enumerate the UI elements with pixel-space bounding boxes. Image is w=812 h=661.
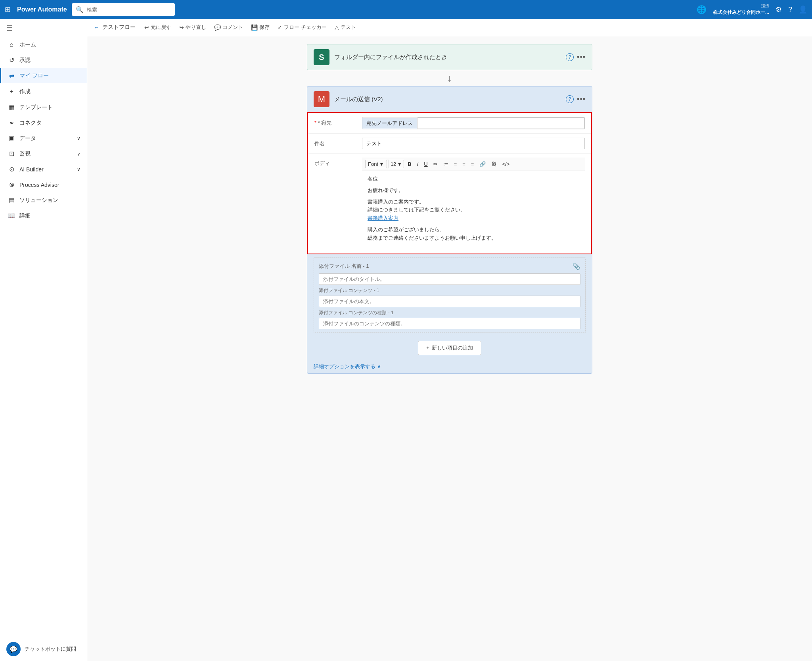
sidebar-item-details[interactable]: 📖 詳細	[0, 208, 87, 223]
sidebar-item-home[interactable]: ⌂ ホーム	[0, 37, 87, 52]
to-input[interactable]	[417, 117, 584, 129]
sidebar-label-data: データ	[19, 135, 36, 142]
italic-button[interactable]: I	[415, 160, 421, 168]
app-title: Power Automate	[17, 6, 67, 13]
sidebar-item-monitor[interactable]: ⊡ 監視 ∨	[0, 146, 87, 161]
sidebar-item-templates[interactable]: ▦ テンプレート	[0, 100, 87, 115]
to-field[interactable]: 宛先メールアドレス	[362, 117, 585, 129]
settings-icon[interactable]: ⚙	[776, 5, 782, 14]
data-icon: ▣	[8, 135, 15, 142]
undo-action[interactable]: ↩ 元に戻す	[142, 22, 174, 33]
attach-type-label: 添付ファイル コンテンツの種類 - 1	[319, 309, 580, 316]
chatbot-section[interactable]: 💬 チャットボットに質問	[0, 637, 87, 661]
attach-name-row: 添付ファイル 名前 - 1 📎	[319, 261, 580, 272]
comment-label: コメント	[222, 24, 243, 31]
trigger-help-icon[interactable]: ?	[566, 53, 574, 61]
trigger-label: フォルダー内にファイルが作成されたとき	[334, 54, 561, 61]
list-number-button[interactable]: ≡	[452, 160, 459, 168]
add-item-button[interactable]: + 新しい項目の追加	[418, 341, 481, 355]
subject-label: 件名	[314, 138, 362, 147]
redo-action[interactable]: ↪ やり直し	[177, 22, 209, 33]
search-bar[interactable]: 🔍	[72, 3, 175, 16]
test-action[interactable]: △ テスト	[332, 22, 358, 33]
create-icon: ＋	[8, 87, 15, 96]
body-line-6: 詳細につきましては下記をご覧ください。	[368, 206, 579, 214]
font-label: Font	[368, 161, 378, 167]
attach-content-input[interactable]	[319, 296, 580, 307]
sidebar-label-ai: AI Builder	[19, 166, 44, 173]
body-link[interactable]: 書籍購入案内	[368, 214, 579, 223]
bold-button[interactable]: B	[406, 160, 413, 168]
subject-field[interactable]	[362, 138, 585, 149]
environment-label: 環境	[761, 4, 769, 9]
attach-icon[interactable]: 📎	[573, 263, 580, 270]
align-right-button[interactable]: ≡	[469, 160, 476, 168]
save-label: 保存	[259, 24, 270, 31]
sidebar-item-connectors[interactable]: ⚭ コネクタ	[0, 115, 87, 131]
sidebar-label-templates: テンプレート	[19, 104, 53, 111]
sidebar-item-process[interactable]: ⊗ Process Advisor	[0, 177, 87, 192]
sidebar-item-myflows[interactable]: ⇌ マイ フロー	[0, 68, 87, 83]
checker-action[interactable]: ✓ フロー チェッカー	[275, 22, 329, 33]
add-item-label: 新しい項目の追加	[432, 344, 473, 352]
body-line-3: お疲れ様です。	[368, 186, 579, 195]
attach-type-input[interactable]	[319, 318, 580, 329]
trigger-more-icon[interactable]: •••	[577, 53, 586, 61]
body-line-1: 各位	[368, 175, 579, 183]
details-icon: 📖	[8, 212, 15, 219]
flow-canvas: S フォルダー内にファイルが作成されたとき ? ••• ↓ M メールの送信 (…	[87, 36, 812, 661]
flow-arrow: ↓	[103, 70, 796, 86]
sidebar-label-home: ホーム	[19, 41, 36, 48]
checker-icon: ✓	[278, 24, 282, 31]
user-icon[interactable]: 👤	[799, 5, 807, 14]
save-icon: 💾	[251, 24, 258, 31]
body-content[interactable]: 各位 お疲れ様です。 書籍購入のご案内です。 詳細につきましては下記をご覧くださ…	[362, 171, 585, 250]
sidebar-item-data[interactable]: ▣ データ ∨	[0, 131, 87, 146]
size-selector[interactable]: 12 ▼	[389, 160, 404, 168]
sidebar-label-create: 作成	[19, 88, 31, 95]
undo-label: 元に戻す	[151, 24, 171, 31]
hamburger-menu[interactable]: ☰	[0, 19, 87, 37]
checker-label: フロー チェッカー	[284, 24, 327, 31]
unlink-button[interactable]: ⛓	[489, 160, 498, 168]
action-block-header: M メールの送信 (V2) ? •••	[307, 86, 592, 112]
attach-title-input[interactable]	[319, 273, 580, 285]
save-action[interactable]: 💾 保存	[249, 22, 272, 33]
data-chevron-icon: ∨	[77, 136, 80, 141]
grid-icon[interactable]: ⊞	[5, 5, 11, 14]
attachments-section: 添付ファイル 名前 - 1 📎 添付ファイル コンテンツ - 1 添付ファイル …	[314, 257, 586, 333]
sidebar-item-ai[interactable]: ⊙ AI Builder ∨	[0, 161, 87, 177]
chatbot-button[interactable]: 💬	[6, 642, 21, 656]
to-label: * * 宛先	[314, 117, 362, 127]
align-left-button[interactable]: ≡	[460, 160, 467, 168]
trigger-icon: S	[314, 49, 329, 65]
main-layout: ☰ ⌂ ホーム ↺ 承認 ⇌ マイ フロー ＋ 作成 ▦ テンプレート ⚭ コネ…	[0, 19, 812, 661]
back-button[interactable]: ←	[94, 24, 99, 31]
body-field: Font ▼ 12 ▼ B I U ✏	[362, 158, 585, 250]
pencil-button[interactable]: ✏	[431, 160, 440, 168]
trigger-block[interactable]: S フォルダー内にファイルが作成されたとき ? •••	[307, 44, 592, 70]
sidebar-item-solutions[interactable]: ▤ ソリューション	[0, 192, 87, 208]
subject-input[interactable]	[362, 138, 585, 149]
attach-content-label: 添付ファイル コンテンツ - 1	[319, 287, 580, 294]
font-selector[interactable]: Font ▼	[365, 160, 387, 168]
action-more-icon[interactable]: •••	[577, 95, 586, 104]
action-help-icon[interactable]: ?	[566, 95, 574, 103]
search-input[interactable]	[87, 7, 171, 13]
body-closing-section: 購入のご希望がございましたら、 総務までご連絡くださいますようお願い申し上げます…	[368, 226, 579, 242]
comment-action[interactable]: 💬 コメント	[212, 22, 245, 33]
content-area: ← テストフロー ↩ 元に戻す ↪ やり直し 💬 コメント 💾 保存 ✓ フロー…	[87, 19, 812, 661]
sidebar-label-solutions: ソリューション	[19, 197, 58, 204]
code-button[interactable]: </>	[500, 160, 511, 168]
advanced-options-link[interactable]: 詳細オプションを表示する ∨	[307, 360, 592, 373]
sidebar-item-create[interactable]: ＋ 作成	[0, 83, 87, 100]
form-row-subject: 件名	[308, 134, 591, 154]
help-icon[interactable]: ?	[788, 6, 792, 14]
link-button[interactable]: 🔗	[477, 160, 488, 168]
sidebar-item-approval[interactable]: ↺ 承認	[0, 52, 87, 68]
body-line-8: 購入のご希望がございましたら、	[368, 226, 579, 234]
to-field-container[interactable]: 宛先メールアドレス	[362, 117, 585, 129]
environment-name: 株式会社みどり合同ホー...	[713, 9, 769, 16]
underline-button[interactable]: U	[422, 160, 429, 168]
list-bullet-button[interactable]: ≔	[441, 160, 450, 168]
